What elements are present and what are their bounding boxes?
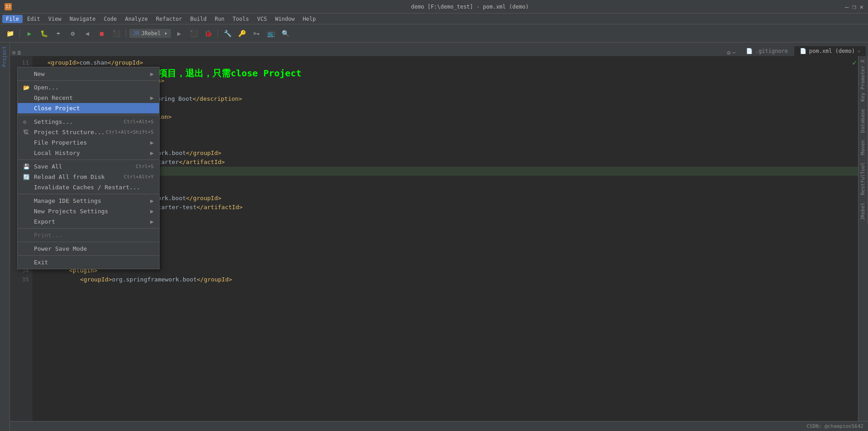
jrebel-icon: JR bbox=[133, 30, 139, 37]
menu-item-power-save[interactable]: Power Save Mode bbox=[18, 244, 159, 254]
menu-item-exit[interactable]: Exit bbox=[18, 257, 159, 267]
menu-view[interactable]: View bbox=[45, 15, 65, 23]
tab-gitignore-icon: 📄 bbox=[746, 48, 753, 54]
reload-icon: 🔄 bbox=[23, 174, 31, 180]
minimize-button[interactable]: — bbox=[845, 3, 849, 10]
menu-item-manage-ide[interactable]: Manage IDE Settings ▶ bbox=[18, 196, 159, 206]
code-line-23: </dependency> bbox=[47, 167, 858, 176]
toolbar-jrebel-stop-btn[interactable]: ⬛ bbox=[187, 27, 200, 40]
toolbar-git-btn[interactable]: 🔑 bbox=[236, 27, 248, 40]
code-line-33: <plugins> bbox=[47, 257, 858, 266]
toolbar-sep-2 bbox=[126, 29, 126, 38]
menu-item-open-recent[interactable]: Open Recent ▶ bbox=[18, 93, 159, 103]
panel-restful[interactable]: RestfulTool bbox=[859, 159, 868, 199]
minus-icon[interactable]: − bbox=[732, 49, 736, 56]
title-bar: IJ demo [F:\demo_test] - pom.xml (demo) … bbox=[0, 0, 868, 14]
fold-all-icon[interactable]: ≡ bbox=[12, 49, 16, 56]
menu-item-open[interactable]: 📂 Open... bbox=[18, 82, 159, 93]
code-line-22: <artifactId>spring-boot-starter</artifac… bbox=[47, 158, 858, 167]
menu-item-new[interactable]: New ▶ bbox=[18, 69, 159, 79]
toolbar-jrebel-run-btn[interactable]: ▶ bbox=[173, 27, 185, 40]
menu-run[interactable]: Run bbox=[211, 15, 228, 23]
code-line-15: <description>Demo project for Spring Boo… bbox=[47, 94, 858, 103]
status-text: CSDN: @champion5642 bbox=[807, 423, 863, 429]
menu-build[interactable]: Build bbox=[187, 15, 210, 23]
toolbar-coverage-btn[interactable]: ☂ bbox=[52, 27, 65, 40]
code-line-30: </dependencies> bbox=[47, 230, 858, 239]
maximize-button[interactable]: ❐ bbox=[852, 3, 856, 10]
toolbar-git2-btn[interactable]: 🗝 bbox=[250, 27, 263, 40]
code-line-31 bbox=[47, 239, 858, 248]
menu-item-print[interactable]: Print... bbox=[18, 230, 159, 240]
toolbar-stop2-btn[interactable]: ⬛ bbox=[110, 27, 123, 40]
menu-item-new-projects[interactable]: New Projects Settings ▶ bbox=[18, 206, 159, 216]
menu-vcs[interactable]: VCS bbox=[254, 15, 271, 23]
menu-section-exit: Exit bbox=[18, 255, 159, 269]
toolbar-run2-btn[interactable]: ⚙ bbox=[66, 27, 79, 40]
menu-item-reload-all[interactable]: 🔄 Reload All from Disk Ctrl+Alt+Y bbox=[18, 172, 159, 182]
menu-analyze[interactable]: Analyze bbox=[121, 15, 151, 23]
menu-file[interactable]: File bbox=[2, 15, 23, 23]
tab-pomxml-close[interactable]: ✕ bbox=[858, 49, 860, 54]
menu-navigate[interactable]: Navigate bbox=[66, 15, 99, 23]
menu-item-close-project[interactable]: Close Project bbox=[18, 103, 159, 113]
menu-window[interactable]: Window bbox=[271, 15, 298, 23]
code-content[interactable]: <groupId>com.shan</groupId> <artifactId>… bbox=[41, 56, 858, 431]
code-line-29: </dependency> bbox=[47, 221, 858, 230]
toolbar-search-btn[interactable]: 🔍 bbox=[279, 27, 292, 40]
menu-item-file-properties[interactable]: File Properties ▶ bbox=[18, 137, 159, 148]
tab-pomxml-icon: 📄 bbox=[800, 48, 807, 54]
panel-maven[interactable]: Maven bbox=[859, 136, 868, 159]
new-submenu-arrow: ▶ bbox=[150, 70, 154, 77]
toolbar-debug-btn[interactable]: 🐛 bbox=[38, 27, 50, 40]
toolbar-stop-btn[interactable]: ■ bbox=[95, 27, 108, 40]
settings-icon[interactable]: ⚙ bbox=[727, 49, 731, 56]
code-line-11: <groupId>com.shan</groupId> bbox=[47, 58, 858, 67]
menu-item-invalidate-caches[interactable]: Invalidate Caches / Restart... bbox=[18, 182, 159, 192]
code-line-34: <plugin> bbox=[47, 266, 858, 275]
open-icon: 📂 bbox=[23, 84, 31, 91]
code-line-13: <version>0.0.1-SNAPSHOT</version> bbox=[47, 76, 858, 85]
code-line-32: <build> bbox=[47, 248, 858, 257]
menu-tools[interactable]: Tools bbox=[229, 15, 253, 23]
menu-edit[interactable]: Edit bbox=[24, 15, 44, 23]
tab-gitignore[interactable]: 📄 .gitignore bbox=[741, 46, 793, 56]
manage-ide-arrow: ▶ bbox=[150, 197, 154, 204]
toolbar-project-btn[interactable]: 📁 bbox=[4, 27, 16, 40]
save-all-icon: 💾 bbox=[23, 164, 31, 170]
code-line-26: <groupId>org.springframework.boot</group… bbox=[47, 194, 858, 203]
panel-jrebel[interactable]: JRebel bbox=[859, 199, 868, 224]
toolbar-device-btn[interactable]: 📺 bbox=[264, 27, 277, 40]
toolbar-gradle-btn[interactable]: 🔧 bbox=[221, 27, 234, 40]
toolbar-run-btn[interactable]: ▶ bbox=[23, 27, 36, 40]
vtab-project[interactable]: Project bbox=[0, 42, 9, 70]
menu-item-save-all[interactable]: 💾 Save All Ctrl+S bbox=[18, 161, 159, 172]
menu-item-project-structure[interactable]: 🏗 Project Structure... Ctrl+Alt+Shift+S bbox=[18, 127, 159, 137]
menu-section-power: Power Save Mode bbox=[18, 242, 159, 255]
app-icon: IJ bbox=[5, 3, 12, 10]
code-line-17: <java.version>1.8</java.version> bbox=[47, 112, 858, 122]
toolbar-jrebel-debug-btn[interactable]: 🐞 bbox=[202, 27, 214, 40]
tab-gitignore-label: .gitignore bbox=[755, 48, 788, 54]
jrebel-button[interactable]: JR JRebel ▾ bbox=[129, 29, 171, 38]
window-controls[interactable]: — ❐ ✕ bbox=[845, 3, 863, 10]
code-line-19: <dependencies> bbox=[47, 131, 858, 140]
menu-refactor[interactable]: Refactor bbox=[152, 15, 186, 23]
window-title: demo [F:\demo_test] - pom.xml (demo) bbox=[95, 4, 845, 10]
code-line-24 bbox=[47, 176, 858, 185]
local-history-arrow: ▶ bbox=[150, 150, 154, 156]
close-button[interactable]: ✕ bbox=[860, 3, 863, 10]
jrebel-label: JRebel ▾ bbox=[141, 30, 167, 37]
panel-database[interactable]: Database bbox=[859, 105, 868, 136]
menu-item-export[interactable]: Export ▶ bbox=[18, 216, 159, 227]
panel-key-promoter[interactable]: Key Promoter X bbox=[859, 56, 868, 105]
code-line-28: <scope>test</scope> bbox=[47, 212, 858, 221]
unfold-icon[interactable]: ≣ bbox=[18, 49, 21, 56]
menu-section-manage: Manage IDE Settings ▶ New Projects Setti… bbox=[18, 194, 159, 228]
menu-item-local-history[interactable]: Local History ▶ bbox=[18, 148, 159, 158]
menu-code[interactable]: Code bbox=[100, 15, 121, 23]
tab-pomxml[interactable]: 📄 pom.xml (demo) ✕ bbox=[794, 46, 866, 56]
menu-help[interactable]: Help bbox=[299, 15, 320, 23]
toolbar-back-btn[interactable]: ◀ bbox=[81, 27, 94, 40]
menu-item-settings[interactable]: ⚙ Settings... Ctrl+Alt+S bbox=[18, 117, 159, 127]
